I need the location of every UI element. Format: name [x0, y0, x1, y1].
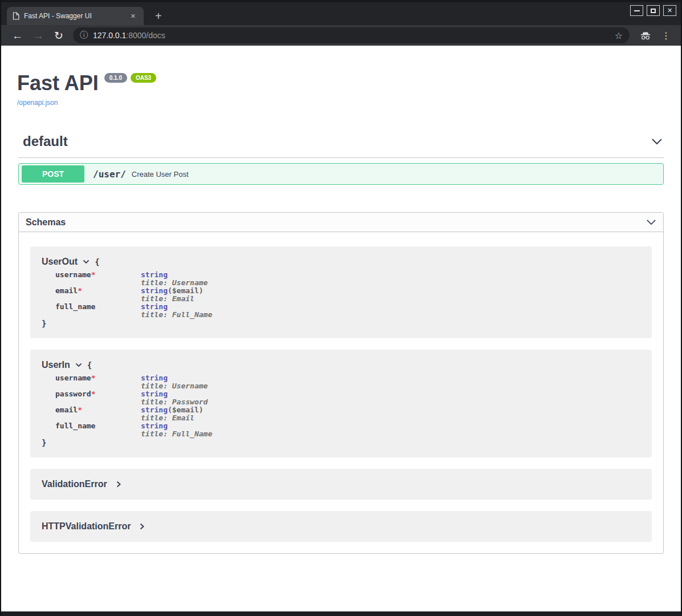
property-row: username* stringtitle: Username — [55, 374, 640, 390]
required-star: * — [91, 390, 96, 398]
minimize-icon — [634, 10, 640, 11]
model-userin-toggle[interactable]: UserIn { — [42, 360, 640, 370]
model-userout: UserOut { username* stringtitle: Usernam… — [30, 246, 652, 338]
page-icon — [13, 12, 19, 20]
model-validationerror-toggle[interactable]: ValidationError — [42, 479, 640, 489]
address-bar[interactable]: ⓘ 127.0.0.1:8000/docs ☆ — [73, 27, 630, 43]
url-text: 127.0.0.1:8000/docs — [93, 31, 165, 40]
api-info: Fast API0.1.0OAS3 /openapi.json — [1, 46, 681, 107]
model-properties: username* stringtitle: Username email* s… — [55, 271, 640, 319]
tag-title: default — [23, 133, 68, 149]
swagger-page: Fast API0.1.0OAS3 /openapi.json default … — [1, 46, 681, 611]
model-name: UserIn — [42, 360, 70, 370]
property-detail: stringtitle: Full_Name — [141, 303, 212, 319]
close-brace: } — [42, 438, 640, 447]
property-row: username* stringtitle: Username — [55, 271, 640, 287]
property-row: password* stringtitle: Password — [55, 390, 640, 406]
required-star: * — [91, 270, 96, 279]
forward-icon[interactable]: → — [28, 30, 49, 41]
minimize-button[interactable] — [630, 5, 643, 16]
chevron-down-icon[interactable] — [646, 219, 656, 225]
property-row: email* string($email)title: Email — [55, 287, 640, 303]
openapi-spec-link[interactable]: /openapi.json — [17, 99, 58, 107]
property-name: username* — [55, 374, 141, 382]
oas3-badge: OAS3 — [131, 73, 156, 83]
opblock-post-user[interactable]: POST /user/ Create User Post — [18, 163, 664, 185]
model-name: ValidationError — [42, 479, 107, 489]
chevron-right-icon[interactable] — [116, 481, 121, 488]
browser-titlebar: Fast API - Swagger UI ✕ + ✕ — [1, 2, 681, 25]
property-detail: stringtitle: Username — [141, 271, 208, 287]
model-userin: UserIn { username* stringtitle: Username… — [30, 350, 652, 457]
open-brace: { — [87, 360, 92, 370]
browser-window: Fast API - Swagger UI ✕ + ✕ ← → ↻ ⓘ 127.… — [0, 0, 682, 616]
tag-section-default: default — [18, 130, 664, 158]
endpoint-summary: Create User Post — [132, 170, 189, 179]
property-name: full_name — [55, 422, 141, 430]
api-title: Fast API — [17, 71, 99, 95]
site-info-icon[interactable]: ⓘ — [80, 30, 88, 40]
maximize-icon — [651, 9, 656, 13]
browser-toolbar: ← → ↻ ⓘ 127.0.0.1:8000/docs ☆ ⋮ — [1, 25, 681, 46]
tab-title: Fast API - Swagger UI — [24, 12, 124, 20]
bookmark-star-icon[interactable]: ☆ — [615, 30, 623, 41]
window-bottom-border — [1, 611, 681, 616]
property-row: email* string($email)title: Email — [55, 406, 640, 422]
browser-menu-icon[interactable]: ⋮ — [657, 30, 675, 41]
open-brace: { — [95, 257, 99, 266]
model-userout-toggle[interactable]: UserOut { — [42, 257, 640, 267]
schemas-title: Schemas — [26, 217, 66, 228]
schemas-header[interactable]: Schemas — [19, 213, 663, 232]
property-detail: string($email)title: Email — [141, 287, 204, 303]
maximize-button[interactable] — [647, 5, 660, 16]
property-detail: stringtitle: Full_Name — [141, 422, 212, 438]
property-name: username* — [55, 271, 141, 279]
model-properties: username* stringtitle: Username password… — [55, 374, 640, 438]
property-name: email* — [55, 406, 141, 414]
close-brace: } — [42, 319, 640, 328]
chevron-down-icon[interactable] — [651, 138, 663, 145]
schemas-body: UserOut { username* stringtitle: Usernam… — [19, 232, 663, 553]
method-badge-post: POST — [22, 165, 84, 183]
chevron-right-icon[interactable] — [140, 523, 144, 530]
schemas-section: Schemas UserOut { — [18, 212, 664, 554]
browser-tab[interactable]: Fast API - Swagger UI ✕ — [7, 7, 144, 25]
version-badge: 0.1.0 — [104, 73, 127, 83]
window-controls: ✕ — [630, 5, 676, 16]
incognito-icon — [634, 31, 657, 40]
tag-header-default[interactable]: default — [18, 130, 664, 158]
model-httpvalidationerror: HTTPValidationError — [30, 511, 652, 542]
url-host: 127.0.0.1 — [93, 31, 126, 40]
required-star: * — [78, 406, 82, 414]
property-row: full_name stringtitle: Full_Name — [55, 422, 640, 438]
property-detail: string($email)title: Email — [141, 406, 204, 422]
model-validationerror: ValidationError — [30, 469, 652, 500]
api-badges: 0.1.0OAS3 — [104, 73, 156, 83]
new-tab-button[interactable]: + — [151, 9, 167, 23]
chevron-down-icon[interactable] — [83, 260, 90, 264]
url-path: :8000/docs — [126, 31, 165, 40]
back-icon[interactable]: ← — [7, 30, 28, 41]
model-httpvalidationerror-toggle[interactable]: HTTPValidationError — [42, 521, 640, 532]
property-name: password* — [55, 390, 141, 398]
property-name: full_name — [55, 303, 141, 311]
close-button[interactable]: ✕ — [663, 5, 676, 16]
required-star: * — [78, 286, 82, 295]
required-star: * — [91, 374, 96, 382]
property-detail: stringtitle: Password — [141, 390, 208, 406]
model-name: HTTPValidationError — [42, 521, 131, 532]
property-row: full_name stringtitle: Full_Name — [55, 303, 640, 319]
chevron-down-icon[interactable] — [75, 363, 82, 367]
property-name: email* — [55, 287, 141, 295]
tab-close-icon[interactable]: ✕ — [128, 11, 138, 21]
model-name: UserOut — [42, 257, 78, 267]
reload-icon[interactable]: ↻ — [49, 30, 68, 41]
property-detail: stringtitle: Username — [141, 374, 208, 390]
endpoint-path: /user/ — [93, 169, 126, 180]
